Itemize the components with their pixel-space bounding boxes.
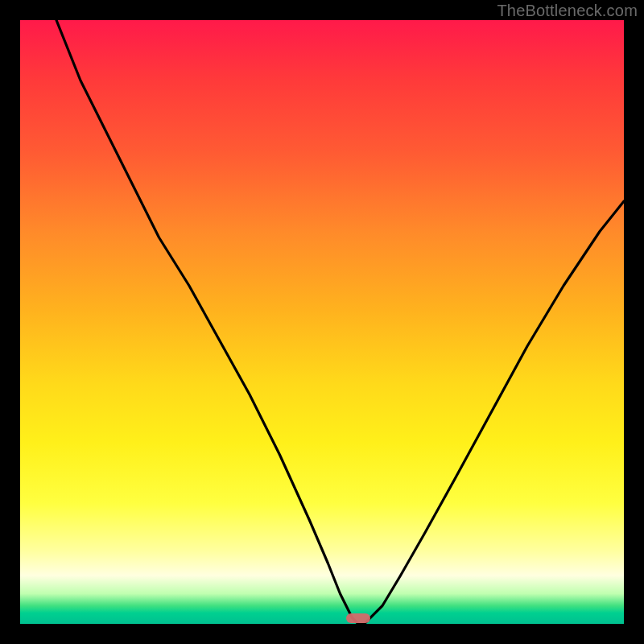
chart-container: TheBottleneck.com [0,0,644,644]
optimal-point-marker [346,613,370,623]
plot-area [20,20,624,624]
bottleneck-curve [20,20,624,624]
attribution-text: TheBottleneck.com [497,2,638,20]
curve-path [56,20,624,624]
